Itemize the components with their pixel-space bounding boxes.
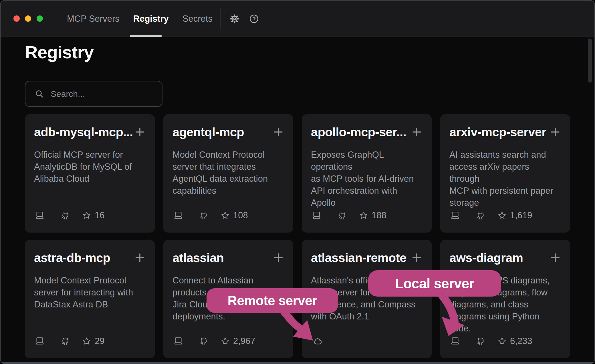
server-description: Model Context Protocol server for intera…: [34, 275, 146, 311]
star-count: 188: [372, 210, 386, 221]
star-icon: [221, 337, 230, 346]
laptop-icon: [450, 336, 460, 346]
vertical-scrollbar-thumb[interactable]: [588, 39, 592, 83]
server-description: Model Context Protocol server that integ…: [172, 149, 284, 197]
tab-mcp-servers[interactable]: MCP Servers: [67, 14, 120, 24]
laptop-icon: [312, 211, 322, 220]
star-count: 6,233: [510, 336, 532, 346]
server-card-footer: 1,619: [450, 210, 532, 221]
star-count: 29: [95, 336, 104, 346]
server-card-footer: [312, 336, 324, 346]
add-server-button[interactable]: [273, 252, 284, 263]
server-card-apollo-mcp-server[interactable]: apollo-mcp-ser... Exposes GraphQL operat…: [302, 114, 432, 233]
github-icon: [198, 336, 209, 346]
star-icon: [221, 211, 230, 220]
window-zoom-button[interactable]: [37, 15, 43, 22]
add-server-button[interactable]: [411, 252, 423, 263]
server-card-adb-mysql-mcp[interactable]: adb-mysql-mcp... Official MCP server for…: [25, 114, 155, 233]
server-description: Official MCP server for AnalyticDB for M…: [34, 149, 146, 185]
active-tab-indicator: [130, 35, 162, 37]
server-card-footer: 108: [173, 210, 248, 221]
server-name: apollo-mcp-ser...: [311, 125, 406, 139]
app-window: MCP Servers Registry Secrets: [0, 0, 595, 364]
add-server-button[interactable]: [273, 126, 284, 138]
server-card-arxiv-mcp-server[interactable]: arxiv-mcp-server AI assistants search an…: [440, 114, 570, 233]
add-server-button[interactable]: [134, 252, 146, 263]
window-minimize-button[interactable]: [25, 15, 31, 22]
laptop-icon: [450, 211, 460, 220]
search-input[interactable]: [51, 89, 162, 99]
help-icon[interactable]: [249, 14, 259, 24]
tab-registry[interactable]: Registry: [133, 14, 169, 24]
server-card-footer: 16: [35, 210, 104, 221]
server-card-agentql-mcp[interactable]: agentql-mcp Model Context Protocol serve…: [163, 114, 293, 233]
star-count: 2,967: [233, 336, 255, 346]
github-icon: [60, 336, 70, 346]
star-icon: [359, 211, 368, 220]
search-icon: [35, 89, 44, 99]
star-count: 1,619: [510, 210, 532, 221]
server-card-footer: 188: [312, 210, 386, 221]
server-name: atlassian-remote: [311, 251, 406, 265]
local-server-callout: Local server: [368, 270, 501, 297]
titlebar: MCP Servers Registry Secrets: [1, 1, 594, 37]
star-icon: [82, 337, 91, 346]
github-icon: [475, 336, 485, 346]
star-icon: [82, 211, 91, 220]
star-count: 16: [95, 210, 104, 221]
server-card-astra-db-mcp[interactable]: astra-db-mcp Model Context Protocol serv…: [25, 240, 155, 358]
search-box[interactable]: [25, 81, 162, 107]
laptop-icon: [173, 336, 183, 346]
server-description: AI assistants search and access arXiv pa…: [449, 149, 561, 209]
server-card-aws-diagram[interactable]: aws-diagram Generate AWS diagrams, seque…: [440, 240, 570, 358]
bottom-edge-strip: [1, 362, 594, 363]
github-icon: [475, 211, 485, 220]
star-count: 108: [233, 210, 248, 221]
add-server-button[interactable]: [550, 126, 561, 138]
server-name: astra-db-mcp: [34, 251, 110, 265]
page-title: Registry: [25, 42, 94, 62]
star-icon: [497, 211, 507, 220]
server-name: aws-diagram: [449, 251, 523, 265]
github-icon: [198, 211, 209, 220]
server-name: agentql-mcp: [172, 125, 244, 139]
laptop-icon: [35, 336, 45, 346]
window-close-button[interactable]: [13, 15, 20, 22]
github-icon: [337, 211, 347, 220]
server-name: adb-mysql-mcp...: [34, 125, 133, 139]
remote-server-callout: Remote server: [207, 288, 338, 313]
server-card-footer: 29: [35, 336, 104, 346]
server-name: arxiv-mcp-server: [449, 125, 546, 139]
server-card-footer: 6,233: [450, 336, 532, 346]
github-icon: [60, 211, 70, 220]
cloud-icon: [312, 336, 324, 346]
star-icon: [497, 337, 507, 346]
registry-card-grid: adb-mysql-mcp... Official MCP server for…: [25, 114, 570, 358]
add-server-button[interactable]: [550, 252, 561, 263]
server-description: Exposes GraphQL operations as MCP tools …: [311, 149, 423, 209]
header-divider: [220, 8, 221, 29]
tab-secrets[interactable]: Secrets: [183, 14, 213, 24]
add-server-button[interactable]: [411, 126, 423, 138]
server-card-footer: 2,967: [173, 336, 255, 346]
add-server-button[interactable]: [134, 126, 146, 138]
server-name: atlassian: [172, 251, 224, 265]
main-nav: MCP Servers Registry Secrets: [67, 1, 213, 37]
laptop-icon: [35, 211, 45, 220]
laptop-icon: [173, 211, 183, 220]
settings-gear-icon[interactable]: [229, 14, 240, 24]
